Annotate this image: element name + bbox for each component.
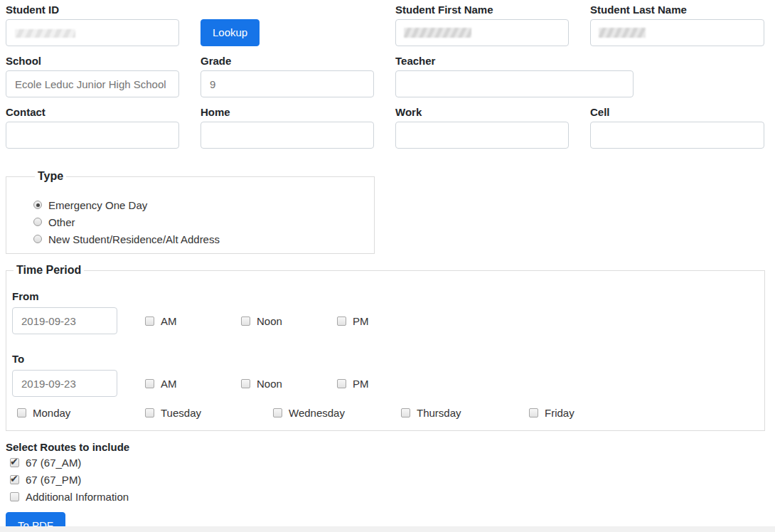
student-id-input[interactable] [6,19,179,46]
from-am-check[interactable]: AM [145,315,241,327]
from-pm-check[interactable]: PM [337,315,433,327]
work-field-group: Work [395,106,569,149]
teacher-field-group: Teacher [395,55,764,97]
last-name-label: Student Last Name [590,4,764,16]
radio-new-student[interactable] [33,235,42,243]
grade-field-group: Grade [201,55,374,97]
phones-row: Contact Home Work Cell [6,106,765,157]
student-transport-form: Student ID Lookup Student First Name Stu… [0,0,775,532]
routes-section: Select Routes to include 67 (67_AM) 67 (… [6,441,765,505]
day-monday[interactable]: Monday [17,407,145,419]
checkbox-additional-information[interactable] [10,492,19,501]
school-row: School Grade Teacher [6,55,765,106]
from-pm-label: PM [353,315,369,327]
type-option-other[interactable]: Other [33,213,374,230]
from-noon-check[interactable]: Noon [241,315,337,327]
day-friday[interactable]: Friday [529,407,657,419]
type-option-emergency[interactable]: Emergency One Day [33,196,374,213]
first-name-input[interactable] [395,19,569,46]
route-67-pm[interactable]: 67 (67_PM) [10,471,765,488]
thursday-label: Thursday [417,407,461,419]
to-pm-label: PM [353,378,369,390]
friday-label: Friday [545,407,574,419]
type-fieldset: Type Emergency One Day Other New Student… [6,169,375,254]
from-row: AM Noon PM [12,307,759,334]
home-input[interactable] [201,122,374,149]
day-tuesday[interactable]: Tuesday [145,407,273,419]
last-name-field-group: Student Last Name [590,4,764,46]
checkbox-from-noon[interactable] [241,316,250,326]
tuesday-label: Tuesday [161,407,201,419]
school-field-group: School [6,55,179,97]
cell-label: Cell [590,106,764,119]
first-name-label: Student First Name [395,4,569,16]
to-label: To [12,353,759,366]
grade-input[interactable] [201,70,374,97]
school-input[interactable] [6,70,179,97]
contact-field-group: Contact [6,106,179,149]
radio-other[interactable] [33,218,42,226]
work-label: Work [395,106,569,119]
route-67-am[interactable]: 67 (67_AM) [10,454,765,471]
teacher-input[interactable] [395,70,634,97]
checkbox-wednesday[interactable] [273,408,282,417]
last-name-input-wrap [590,19,764,46]
checkbox-route-67-pm[interactable] [10,475,19,484]
type-legend: Type [35,169,66,183]
type-option-label: Emergency One Day [48,199,147,211]
radio-emergency-one-day[interactable] [33,201,42,209]
to-noon-check[interactable]: Noon [241,378,337,390]
to-pm-check[interactable]: PM [337,378,433,390]
additional-information-label: Additional Information [26,491,129,503]
home-field-group: Home [201,106,374,149]
days-row: Monday Tuesday Wednesday Thursday Friday [12,407,759,419]
checkbox-to-noon[interactable] [241,379,250,388]
lookup-button[interactable]: Lookup [201,19,260,46]
top-row: Student ID Lookup Student First Name Stu… [6,4,765,55]
home-label: Home [201,106,374,119]
route-67-pm-label: 67 (67_PM) [26,474,81,486]
from-label: From [12,290,759,303]
first-name-input-wrap [395,19,569,46]
checkbox-to-pm[interactable] [337,379,346,388]
to-row: AM Noon PM [12,370,759,397]
checkbox-monday[interactable] [17,408,26,417]
cell-input[interactable] [590,122,764,149]
to-am-label: AM [161,378,177,390]
lookup-cell: Lookup [201,4,374,55]
monday-label: Monday [33,407,70,419]
work-input[interactable] [395,122,569,149]
route-67-am-label: 67 (67_AM) [26,457,81,469]
day-wednesday[interactable]: Wednesday [273,407,401,419]
time-period-legend: Time Period [14,263,84,277]
additional-information[interactable]: Additional Information [10,488,765,505]
from-date-wrap [12,307,145,334]
checkbox-friday[interactable] [529,408,538,417]
type-option-label: Other [48,216,75,228]
to-noon-label: Noon [257,378,282,390]
checkbox-tuesday[interactable] [145,408,154,417]
time-period-fieldset: Time Period From AM Noon PM To [6,263,765,431]
from-am-label: AM [161,315,177,327]
from-noon-label: Noon [257,315,282,327]
horizontal-scrollbar[interactable] [0,526,775,532]
contact-input[interactable] [6,122,179,149]
school-label: School [6,55,179,68]
last-name-input[interactable] [590,19,764,46]
student-id-label: Student ID [6,4,179,16]
student-id-field-group: Student ID [6,4,179,46]
cell-field-group: Cell [590,106,764,149]
from-date-input[interactable] [12,307,117,334]
checkbox-thursday[interactable] [401,408,410,417]
to-date-input[interactable] [12,370,117,397]
type-option-label: New Student/Residence/Alt Address [48,233,220,245]
routes-label: Select Routes to include [6,441,765,454]
checkbox-from-pm[interactable] [337,316,346,326]
type-option-new-student[interactable]: New Student/Residence/Alt Address [33,230,374,248]
checkbox-from-am[interactable] [145,316,154,326]
to-date-wrap [12,370,145,397]
day-thursday[interactable]: Thursday [401,407,529,419]
checkbox-to-am[interactable] [145,379,154,388]
checkbox-route-67-am[interactable] [10,458,19,467]
to-am-check[interactable]: AM [145,378,241,390]
